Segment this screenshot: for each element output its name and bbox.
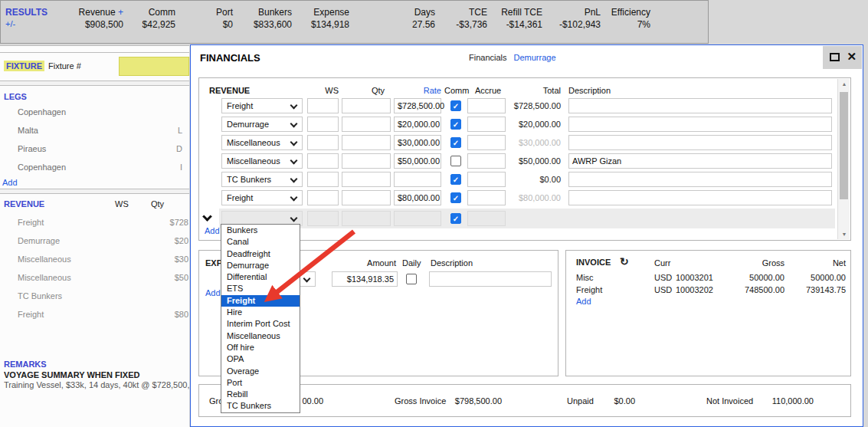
accrue-input[interactable] xyxy=(467,172,506,187)
menu-item-differential[interactable]: Differential xyxy=(221,271,300,283)
description-input[interactable] xyxy=(568,98,832,113)
invoice-row[interactable]: Misc USD 10003201 50000.00 50000.00 xyxy=(566,271,850,284)
nav-tab-demurrage[interactable]: Demurrage xyxy=(514,53,556,62)
menu-item-bunkers[interactable]: Bunkers xyxy=(221,225,300,236)
revenue-type-select[interactable]: Miscellaneous xyxy=(221,135,303,150)
rate-input[interactable] xyxy=(394,211,441,226)
accrue-input[interactable] xyxy=(467,117,506,132)
ws-input[interactable] xyxy=(307,211,339,226)
divider xyxy=(0,80,189,86)
revenue-type-select[interactable]: Freight xyxy=(221,190,303,205)
sidebar-revenue-row[interactable]: Demurrage$20 xyxy=(0,232,189,250)
scroll-up-icon[interactable]: ▲ xyxy=(838,81,850,87)
accrue-input[interactable] xyxy=(467,153,506,169)
leg-row[interactable]: LMalta xyxy=(0,121,189,140)
sidebar-revenue-row[interactable]: Miscellaneous$50 xyxy=(0,268,189,287)
menu-item-overage[interactable]: Overage xyxy=(221,366,300,377)
rate-input[interactable]: $50,000.00 xyxy=(394,153,441,169)
row-total: $30,000.00 xyxy=(507,135,561,150)
menu-item-ets[interactable]: ETS xyxy=(221,283,300,294)
comm-checkbox[interactable] xyxy=(450,213,461,224)
menu-item-deadfreight[interactable]: Deadfreight xyxy=(221,248,300,260)
col-header-rate-link[interactable]: Rate xyxy=(394,86,441,95)
fixture-number-input[interactable] xyxy=(119,57,189,76)
sidebar-revenue-row[interactable]: Freight$728 xyxy=(0,213,189,232)
menu-item-port[interactable]: Port xyxy=(221,377,300,389)
rate-input[interactable]: $728,500.00 xyxy=(394,98,441,113)
qty-input[interactable] xyxy=(342,117,391,132)
menu-item-rebill[interactable]: Rebill xyxy=(221,389,300,400)
expense-description-input[interactable] xyxy=(429,271,552,287)
comm-checkbox[interactable] xyxy=(450,156,461,166)
revenue-type-select[interactable]: TC Bunkers xyxy=(221,172,303,187)
rate-input[interactable]: $20,000.00 xyxy=(394,117,441,132)
rate-input[interactable] xyxy=(394,172,441,187)
col-header-daily: Daily xyxy=(402,258,421,268)
close-icon[interactable]: ✕ xyxy=(847,50,857,64)
rate-input[interactable]: $30,000.00 xyxy=(394,135,441,150)
daily-checkbox[interactable] xyxy=(406,274,417,284)
qty-input[interactable] xyxy=(342,190,391,205)
comm-checkbox[interactable] xyxy=(450,137,461,148)
menu-item-interim-port-cost[interactable]: Interim Port Cost xyxy=(221,318,300,330)
menu-item-hire[interactable]: Hire xyxy=(221,307,300,318)
accrue-input[interactable] xyxy=(467,135,506,150)
ws-input[interactable] xyxy=(307,172,339,187)
leg-row[interactable]: ICopenhagen xyxy=(0,158,189,176)
menu-item-canal[interactable]: Canal xyxy=(221,236,300,248)
results-expand-toggle[interactable]: +/- xyxy=(5,18,47,30)
scrollbar-thumb[interactable] xyxy=(840,92,848,199)
qty-input[interactable] xyxy=(342,98,391,113)
leg-row[interactable]: DPiraeus xyxy=(0,140,189,158)
qty-input[interactable] xyxy=(342,135,391,150)
invoice-row[interactable]: Freight USD 10003202 748500.00 739143.75 xyxy=(566,284,850,296)
accrue-input[interactable] xyxy=(467,211,506,226)
add-revenue-link[interactable]: Add xyxy=(205,226,220,235)
leg-row[interactable]: Copenhagen xyxy=(0,103,189,121)
revenue-type-select[interactable]: Miscellaneous xyxy=(221,153,303,169)
description-input[interactable] xyxy=(568,190,832,205)
refresh-icon[interactable]: ↻ xyxy=(620,255,629,268)
accrue-input[interactable] xyxy=(467,98,506,113)
scroll-down-icon[interactable]: ▼ xyxy=(838,232,850,237)
description-input[interactable]: AWRP Gizan xyxy=(568,153,832,169)
qty-input[interactable] xyxy=(342,153,391,169)
add-expense-link[interactable]: Add xyxy=(205,288,221,297)
revenue-row: Miscellaneous $50,000.00 $50,000.00 AWRP… xyxy=(199,153,850,169)
description-input[interactable] xyxy=(568,172,832,187)
add-invoice-link[interactable]: Add xyxy=(576,297,591,306)
qty-input[interactable] xyxy=(342,211,391,226)
menu-item-opa[interactable]: OPA xyxy=(221,353,300,365)
col-header-accrue: Accrue xyxy=(469,86,507,95)
ws-input[interactable] xyxy=(307,135,339,150)
rate-input[interactable]: $80,000.00 xyxy=(394,190,441,205)
accrue-input[interactable] xyxy=(467,190,506,205)
revenue-type-select[interactable]: Freight xyxy=(221,98,303,113)
comm-checkbox[interactable] xyxy=(450,119,461,130)
menu-item-miscellaneous[interactable]: Miscellaneous xyxy=(221,330,300,342)
ws-input[interactable] xyxy=(307,190,339,205)
ws-input[interactable] xyxy=(307,98,339,113)
sidebar-revenue-row[interactable]: TC Bunkers xyxy=(0,287,189,305)
comm-checkbox[interactable] xyxy=(450,174,461,185)
revenue-section: REVENUE WS Qty Rate Comm Accrue Total De… xyxy=(198,77,851,241)
revenue-type-select[interactable]: Demurrage xyxy=(221,117,303,132)
menu-item-freight-selected[interactable]: Freight xyxy=(221,295,300,307)
menu-item-demurrage[interactable]: Demurrage xyxy=(221,260,300,271)
sidebar-revenue-row[interactable]: Miscellaneous$30 xyxy=(0,250,189,268)
nav-tab-financials[interactable]: Financials xyxy=(469,53,507,62)
expense-amount-input[interactable]: $134,918.35 xyxy=(332,271,398,287)
ws-input[interactable] xyxy=(307,153,339,169)
comm-checkbox[interactable] xyxy=(450,192,461,203)
maximize-icon[interactable] xyxy=(830,53,840,61)
description-input[interactable] xyxy=(568,135,832,150)
revenue-scrollbar[interactable]: ▲ ▼ xyxy=(837,79,850,239)
menu-item-tc-bunkers[interactable]: TC Bunkers xyxy=(221,400,300,412)
menu-item-off-hire[interactable]: Off hire xyxy=(221,342,300,353)
description-input[interactable] xyxy=(568,117,832,132)
ws-input[interactable] xyxy=(307,117,339,132)
revenue-plus-link[interactable]: + xyxy=(118,7,123,18)
comm-checkbox[interactable] xyxy=(450,100,461,111)
qty-input[interactable] xyxy=(342,172,391,187)
sidebar-revenue-row[interactable]: Freight$80 xyxy=(0,305,189,324)
